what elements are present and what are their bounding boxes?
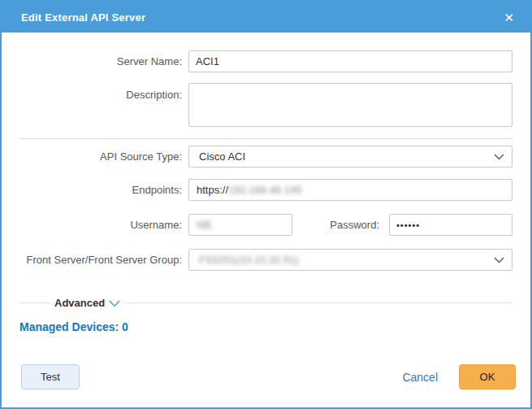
server-name-label: Server Name: <box>19 55 188 67</box>
front-server-row: Front Server/Front Server Group: FS3251(… <box>2 249 530 271</box>
edit-external-api-server-dialog: Edit External API Server ✕ Server Name: … <box>0 0 532 409</box>
advanced-divider-right <box>127 302 513 303</box>
advanced-section-toggle: Advanced <box>19 297 513 309</box>
endpoints-prefix: https:// <box>197 184 228 196</box>
front-server-select[interactable]: FS3251(10.10.32.51) <box>188 249 513 271</box>
credentials-row: Username: NB Password: <box>2 214 530 236</box>
front-server-label: Front Server/Front Server Group: <box>19 254 188 266</box>
api-source-type-value: Cisco ACI <box>199 150 245 163</box>
chevron-down-icon[interactable] <box>109 300 120 307</box>
endpoints-input[interactable]: https:// 192.168.48.145 <box>188 179 513 201</box>
dialog-header: Edit External API Server ✕ <box>2 2 530 33</box>
advanced-toggle-label[interactable]: Advanced <box>54 297 105 309</box>
server-name-input[interactable] <box>188 50 513 72</box>
ok-button[interactable]: OK <box>459 364 516 389</box>
api-source-type-row: API Source Type: Cisco ACI <box>2 146 530 168</box>
cancel-button[interactable]: Cancel <box>402 371 438 384</box>
username-input[interactable]: NB <box>188 214 292 236</box>
dialog-footer: Test Cancel OK <box>21 364 516 389</box>
dialog-body: Server Name: Description: API Source Typ… <box>2 33 530 333</box>
username-label: Username: <box>19 219 188 231</box>
advanced-divider-left <box>19 302 50 303</box>
description-label: Description: <box>19 83 188 101</box>
chevron-down-icon <box>494 257 504 263</box>
dialog-title: Edit External API Server <box>21 11 145 24</box>
api-source-type-label: API Source Type: <box>19 150 188 163</box>
chevron-down-icon <box>494 154 504 160</box>
username-value-redacted: NB <box>197 219 211 231</box>
api-source-type-select[interactable]: Cisco ACI <box>188 146 513 168</box>
endpoints-row: Endpoints: https:// 192.168.48.145 <box>2 179 530 201</box>
endpoints-value-redacted: 192.168.48.145 <box>228 184 301 196</box>
description-input[interactable] <box>188 83 513 127</box>
password-label: Password: <box>292 219 389 231</box>
front-server-value-redacted: FS3251(10.10.32.51) <box>199 254 299 266</box>
endpoints-label: Endpoints: <box>19 184 188 196</box>
server-name-row: Server Name: <box>2 50 530 72</box>
password-input[interactable] <box>389 214 513 236</box>
section-divider <box>19 138 513 139</box>
managed-devices-count: Managed Devices: 0 <box>19 320 513 333</box>
description-row: Description: <box>2 83 530 130</box>
test-button[interactable]: Test <box>21 364 80 389</box>
close-icon[interactable]: ✕ <box>504 11 514 24</box>
